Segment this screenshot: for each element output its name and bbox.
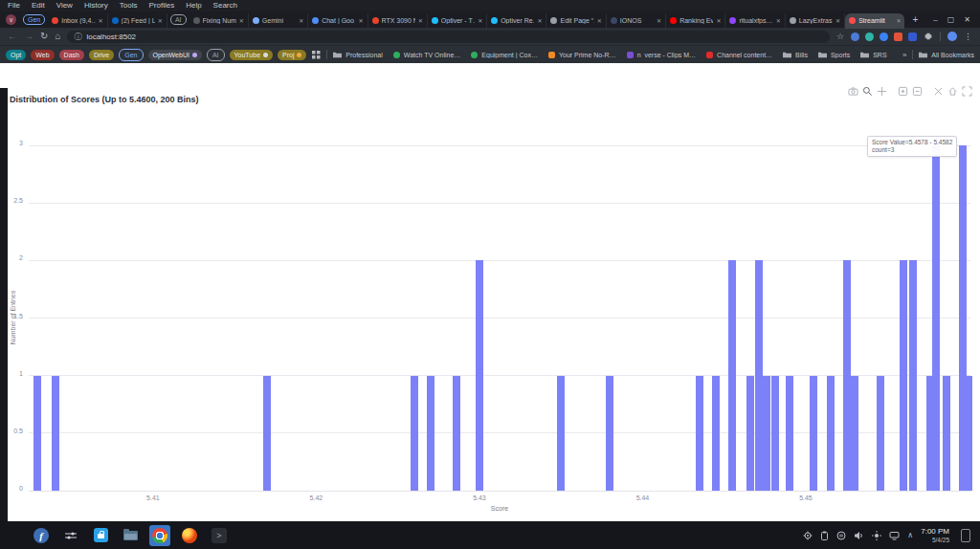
histogram-bar[interactable]: [877, 376, 884, 491]
tab-gemini[interactable]: Gemini✕: [249, 13, 308, 29]
minimize-button[interactable]: –: [933, 15, 937, 24]
bookmark-chip-web[interactable]: Web: [31, 50, 54, 60]
tab-close-icon[interactable]: ✕: [299, 17, 303, 24]
histogram-bar[interactable]: [900, 260, 907, 491]
apps-grid-icon[interactable]: [312, 51, 321, 59]
zoom-out-icon[interactable]: [911, 85, 923, 97]
tab-streamlit[interactable]: Streamlit✕: [845, 13, 904, 29]
bookmark-channel-content[interactable]: Channel content…: [706, 52, 772, 58]
histogram-bar[interactable]: [746, 376, 754, 491]
show-desktop-button[interactable]: [961, 529, 970, 542]
extension-icon-4[interactable]: [894, 33, 902, 41]
zoom-in-icon[interactable]: [897, 85, 908, 97]
bookmark-professional[interactable]: Professional: [333, 51, 383, 58]
histogram-bar[interactable]: [476, 260, 483, 491]
camera-icon[interactable]: [847, 85, 858, 97]
restore-button[interactable]: ▢: [947, 15, 955, 24]
taskbar-clock[interactable]: 7:00 PM 5/4/25: [921, 527, 949, 544]
histogram-bar[interactable]: [755, 260, 763, 491]
histogram-bar[interactable]: [965, 376, 972, 491]
tab-close-icon[interactable]: ✕: [478, 17, 482, 24]
histogram-bar[interactable]: [606, 376, 613, 491]
tab-fixing-num[interactable]: Fixing Num…✕: [189, 13, 249, 29]
close-button[interactable]: ✕: [964, 15, 970, 24]
menu-tools[interactable]: Tools: [120, 0, 138, 11]
url-bar[interactable]: ⓘ localhost:8502: [67, 31, 829, 43]
display-icon[interactable]: [889, 531, 900, 540]
histogram-bar[interactable]: [696, 376, 703, 491]
profile-avatar[interactable]: [947, 32, 957, 41]
tab-2-feed-l[interactable]: (2) Feed | L…✕: [108, 13, 167, 29]
menu-help[interactable]: Help: [186, 0, 201, 11]
tab-close-icon[interactable]: ✕: [239, 17, 244, 24]
histogram-bar[interactable]: [851, 376, 858, 491]
bookmark-srs[interactable]: SRS: [860, 51, 886, 58]
tab-close-icon[interactable]: ✕: [418, 17, 423, 24]
tray-expand-icon[interactable]: ∧: [907, 531, 913, 539]
histogram-bar[interactable]: [728, 260, 736, 491]
chrome-button[interactable]: [149, 525, 170, 546]
tab-search-button[interactable]: ∨: [6, 14, 16, 25]
brightness-icon[interactable]: [872, 531, 881, 540]
tab-close-icon[interactable]: ✕: [657, 17, 661, 24]
bookmark-chip-drive[interactable]: Drive: [89, 50, 114, 60]
tab-close-icon[interactable]: ✕: [896, 17, 901, 24]
histogram-bar[interactable]: [52, 376, 59, 491]
tab-chat-goo[interactable]: Chat | Goo…✕: [308, 13, 368, 29]
bookmark-chip-opt[interactable]: Opt: [6, 50, 26, 60]
histogram-bar[interactable]: [827, 376, 835, 491]
histogram-bar[interactable]: [771, 376, 779, 491]
home-icon[interactable]: ⌂: [55, 28, 60, 45]
autoscale-icon[interactable]: [932, 85, 944, 97]
histogram-bar[interactable]: [33, 376, 41, 491]
bookmark-chip-youtube[interactable]: YouTube: [230, 50, 274, 60]
bookmark-chip-proj[interactable]: Proj: [278, 50, 306, 60]
reload-icon[interactable]: ↻: [40, 28, 48, 45]
new-tab-button[interactable]: +: [904, 14, 925, 25]
browser-menu-icon[interactable]: ⋮: [964, 32, 972, 41]
tab-rtx-3090-n[interactable]: RTX 3090 N…✕: [368, 13, 428, 29]
histogram-bar[interactable]: [932, 145, 940, 491]
app-menu-button[interactable]: f: [31, 525, 52, 546]
bookmarks-overflow-icon[interactable]: »: [902, 51, 906, 59]
firefox-button[interactable]: [179, 525, 200, 546]
plot-area[interactable]: 00.511.522.535.415.425.435.445.45: [29, 145, 970, 491]
extension-icon-3[interactable]: [880, 33, 888, 41]
tab-inbox-9-4[interactable]: Inbox (9,4…✕: [48, 13, 107, 29]
tab-ranking-ev[interactable]: Ranking Ev…✕: [666, 13, 725, 29]
tab-close-icon[interactable]: ✕: [99, 17, 103, 24]
forward-icon[interactable]: →: [24, 28, 33, 45]
extension-icon-1[interactable]: [851, 33, 859, 41]
tab-close-icon[interactable]: ✕: [716, 17, 721, 24]
bookmark-chip-ai[interactable]: AI: [207, 49, 225, 61]
volume-icon[interactable]: [854, 531, 864, 540]
extension-icon-5[interactable]: [908, 33, 917, 41]
bookmark-bills[interactable]: Bills: [783, 51, 808, 58]
software-store-button[interactable]: [90, 525, 111, 546]
all-bookmarks-folder[interactable]: All Bookmarks: [919, 51, 974, 58]
histogram-bar[interactable]: [786, 376, 793, 491]
tab-close-icon[interactable]: ✕: [597, 17, 602, 24]
updates-icon[interactable]: [803, 531, 813, 540]
settings-sliders-button[interactable]: [60, 525, 81, 546]
zoom-icon[interactable]: [861, 85, 873, 97]
histogram-bar[interactable]: [843, 260, 851, 491]
histogram-bar[interactable]: [453, 376, 460, 491]
tab-ionos[interactable]: IONOS✕: [607, 13, 666, 29]
bookmark-your-prime-no-r[interactable]: Your Prime No-R…: [548, 52, 616, 58]
tab-close-icon[interactable]: ✕: [158, 17, 163, 24]
tab-group-chip-ai[interactable]: AI: [170, 14, 187, 25]
histogram-bar[interactable]: [909, 260, 917, 491]
bookmark-equipment-cox[interactable]: Equipment | Cox…: [471, 52, 538, 58]
tab-close-icon[interactable]: ✕: [358, 17, 363, 24]
bookmark-n-verse-clips-m[interactable]: n_verse - Clips M…: [627, 52, 696, 58]
histogram-bar[interactable]: [712, 376, 720, 491]
file-manager-button[interactable]: [120, 525, 141, 546]
clipboard-icon[interactable]: [820, 531, 829, 540]
bookmark-chip-dash[interactable]: Dash: [59, 50, 84, 60]
fullscreen-icon[interactable]: [961, 85, 972, 97]
bookmark-watch-tv-online[interactable]: Watch TV Online…: [393, 52, 461, 58]
tab-group-chip-gen[interactable]: Gen: [23, 14, 45, 25]
tab-edit-page[interactable]: Edit Page “…✕: [546, 13, 606, 29]
menu-history[interactable]: History: [84, 0, 108, 11]
